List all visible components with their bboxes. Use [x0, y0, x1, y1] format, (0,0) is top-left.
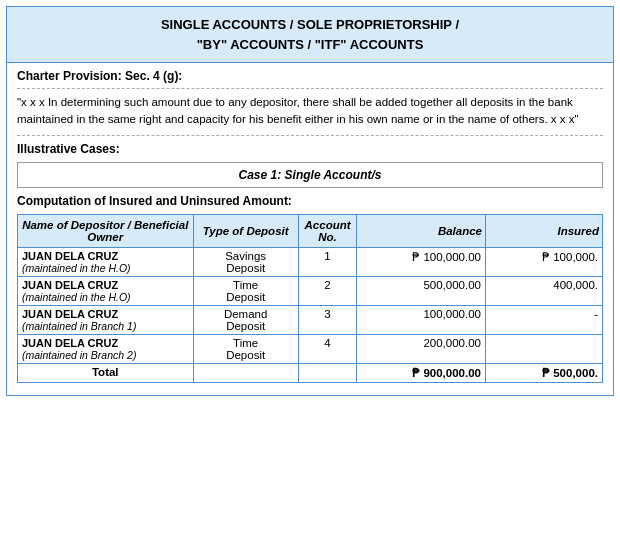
header-line1: SINGLE ACCOUNTS / SOLE PROPRIETORSHIP /: [161, 17, 459, 32]
total-type-empty: [193, 363, 298, 382]
computation-section: Computation of Insured and Uninsured Amo…: [17, 194, 603, 383]
cell-balance-0: ₱ 100,000.00: [357, 247, 486, 276]
cell-insured-2: -: [485, 305, 602, 334]
cell-type-3: TimeDeposit: [193, 334, 298, 363]
cell-balance-3: 200,000.00: [357, 334, 486, 363]
cell-name-0: JUAN DELA CRUZ (maintained in the H.O): [18, 247, 194, 276]
cell-name-2: JUAN DELA CRUZ (maintained in Branch 1): [18, 305, 194, 334]
illustrative-section: Illustrative Cases: Case 1: Single Accou…: [17, 142, 603, 188]
th-balance: Balance: [357, 214, 486, 247]
cell-insured-0: ₱ 100,000.: [485, 247, 602, 276]
total-label: Total: [18, 363, 194, 382]
cell-insured-3: [485, 334, 602, 363]
cell-acct-1: 2: [298, 276, 357, 305]
table-container: Name of Depositor / Beneficial Owner Typ…: [17, 214, 603, 383]
cell-type-1: TimeDeposit: [193, 276, 298, 305]
case1-label: Case 1: Single Account/s: [239, 168, 382, 182]
cell-balance-1: 500,000.00: [357, 276, 486, 305]
table-row: JUAN DELA CRUZ (maintained in the H.O) T…: [18, 276, 603, 305]
th-name: Name of Depositor / Beneficial Owner: [18, 214, 194, 247]
page-header: SINGLE ACCOUNTS / SOLE PROPRIETORSHIP / …: [7, 7, 613, 63]
cell-insured-1: 400,000.: [485, 276, 602, 305]
total-balance: ₱ 900,000.00: [357, 363, 486, 382]
cell-acct-2: 3: [298, 305, 357, 334]
th-acct: Account No.: [298, 214, 357, 247]
illustrative-label: Illustrative Cases:: [17, 142, 603, 156]
cell-type-2: DemandDeposit: [193, 305, 298, 334]
table-row: JUAN DELA CRUZ (maintained in the H.O) S…: [18, 247, 603, 276]
accounts-table: Name of Depositor / Beneficial Owner Typ…: [17, 214, 603, 383]
th-insured: Insured: [485, 214, 602, 247]
cell-balance-2: 100,000.00: [357, 305, 486, 334]
cell-name-1: JUAN DELA CRUZ (maintained in the H.O): [18, 276, 194, 305]
table-row: JUAN DELA CRUZ (maintained in Branch 1) …: [18, 305, 603, 334]
total-acct-empty: [298, 363, 357, 382]
charter-text: "x x x In determining such amount due to…: [17, 94, 603, 129]
table-header-row: Name of Depositor / Beneficial Owner Typ…: [18, 214, 603, 247]
table-row: JUAN DELA CRUZ (maintained in Branch 2) …: [18, 334, 603, 363]
cell-acct-0: 1: [298, 247, 357, 276]
charter-section: Charter Provision: Sec. 4 (g): "x x x In…: [17, 69, 603, 136]
computation-title: Computation of Insured and Uninsured Amo…: [17, 194, 603, 208]
total-row: Total ₱ 900,000.00 ₱ 500,000.: [18, 363, 603, 382]
content-area: Charter Provision: Sec. 4 (g): "x x x In…: [7, 63, 613, 395]
main-container: SINGLE ACCOUNTS / SOLE PROPRIETORSHIP / …: [6, 6, 614, 396]
cell-name-3: JUAN DELA CRUZ (maintained in Branch 2): [18, 334, 194, 363]
charter-label: Charter Provision: Sec. 4 (g):: [17, 69, 603, 83]
total-insured: ₱ 500,000.: [485, 363, 602, 382]
cell-type-0: SavingsDeposit: [193, 247, 298, 276]
th-type: Type of Deposit: [193, 214, 298, 247]
case1-box: Case 1: Single Account/s: [17, 162, 603, 188]
header-line2: "BY" ACCOUNTS / "ITF" ACCOUNTS: [197, 37, 424, 52]
cell-acct-3: 4: [298, 334, 357, 363]
